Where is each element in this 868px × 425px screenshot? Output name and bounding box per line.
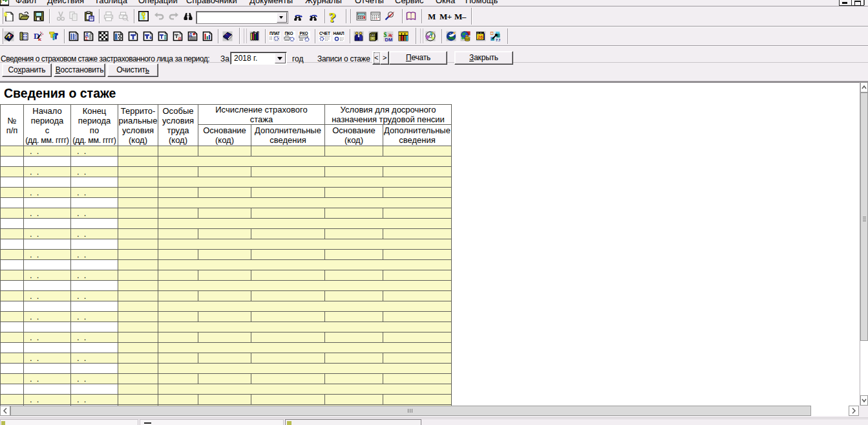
svg-text:26: 26 bbox=[478, 34, 483, 40]
svg-text:РКО: РКО bbox=[300, 31, 308, 36]
svg-text:Д: Д bbox=[189, 32, 193, 38]
svg-text:Σ: Σ bbox=[85, 36, 88, 41]
svg-text:СЧЕТ: СЧЕТ bbox=[319, 31, 330, 36]
svg-text:DM: DM bbox=[385, 37, 393, 42]
svg-text:ПЛАТ: ПЛАТ bbox=[270, 31, 280, 36]
svg-text:ПКО: ПКО bbox=[285, 31, 293, 36]
svg-text:7.7: 7.7 bbox=[496, 38, 500, 42]
svg-text:?: ? bbox=[431, 31, 434, 38]
svg-text:НАКЛ: НАКЛ bbox=[333, 31, 344, 36]
